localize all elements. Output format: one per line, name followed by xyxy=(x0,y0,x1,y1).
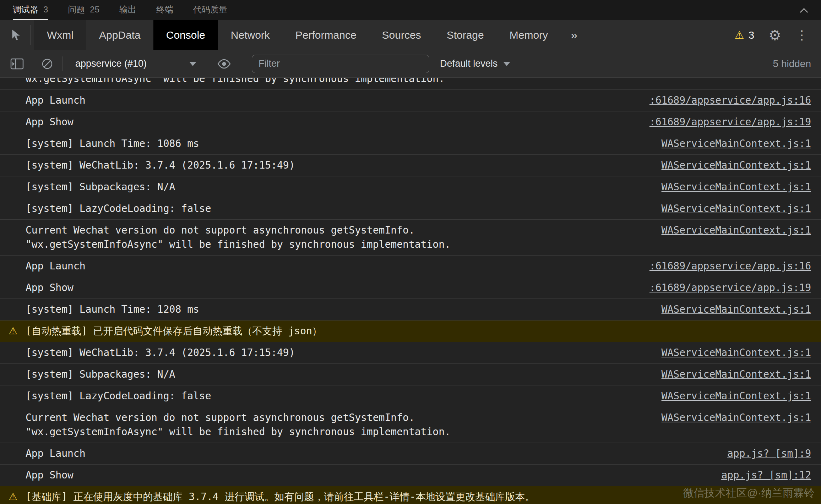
source-link[interactable]: app.js? [sm]:9 xyxy=(727,447,811,461)
top-tab-4[interactable]: 终端 xyxy=(156,0,173,20)
console-row: App Launch:61689/appservice/app.js:16 xyxy=(0,256,821,277)
clear-console-button[interactable] xyxy=(36,54,59,74)
console-warning-row: ⚠[基础库] 正在使用灰度中的基础库 3.7.4 进行调试。如有问题，请前往工具… xyxy=(0,486,821,504)
log-message: App Launch xyxy=(26,259,86,273)
tab-memory[interactable]: Memory xyxy=(497,20,561,50)
devtools-tab-bar: WxmlAppDataConsoleNetworkPerformanceSour… xyxy=(0,20,821,50)
more-tabs-button[interactable]: » xyxy=(561,20,587,50)
inspect-element-button[interactable] xyxy=(0,25,31,45)
warning-icon: ⚠ xyxy=(735,29,744,41)
top-tab-label: 终端 xyxy=(156,4,173,15)
console-log-area[interactable]: wx.getSystemInfoAsync" will be finished … xyxy=(0,78,821,504)
top-tab-3[interactable]: 输出 xyxy=(119,0,136,20)
console-row: App Show:61689/appservice/app.js:19 xyxy=(0,111,821,133)
console-row: App Launch:61689/appservice/app.js:16 xyxy=(0,90,821,111)
warning-count: 3 xyxy=(748,29,754,41)
log-message: App Launch xyxy=(26,447,86,461)
console-row: [system] Launch Time: 1086 msWAServiceMa… xyxy=(0,133,821,155)
tab-wxml[interactable]: Wxml xyxy=(34,20,86,50)
warnings-indicator[interactable]: ⚠ 3 xyxy=(735,29,755,41)
kebab-menu-icon[interactable]: ⋮ xyxy=(795,28,808,43)
log-levels-selector[interactable]: Default levels xyxy=(440,58,510,69)
chevron-down-icon xyxy=(503,62,510,66)
log-message: [自动热重载] 已开启代码文件保存后自动热重载（不支持 json） xyxy=(26,324,322,338)
source-link[interactable]: :61689/appservice/app.js:19 xyxy=(649,281,811,295)
log-message: [system] Launch Time: 1086 ms xyxy=(26,137,199,151)
console-row: [system] LazyCodeLoading: falseWAService… xyxy=(0,198,821,220)
tab-performance[interactable]: Performance xyxy=(283,20,369,50)
source-link[interactable]: WAServiceMainContext.js:1 xyxy=(662,223,811,237)
top-tab-badge: 25 xyxy=(90,5,99,15)
source-link[interactable]: WAServiceMainContext.js:1 xyxy=(662,367,811,382)
console-row: App Launchapp.js? [sm]:9 xyxy=(0,443,821,465)
source-link[interactable]: WAServiceMainContext.js:1 xyxy=(662,180,811,194)
toolbar-divider xyxy=(62,56,62,71)
execution-context-label: appservice (#10) xyxy=(75,58,147,69)
source-link[interactable]: WAServiceMainContext.js:1 xyxy=(662,411,811,425)
execution-context-selector[interactable]: appservice (#10) xyxy=(66,58,203,69)
top-tab-label: 问题 xyxy=(68,4,85,15)
filter-input[interactable] xyxy=(252,55,429,73)
tab-console[interactable]: Console xyxy=(153,20,218,50)
top-tab-2[interactable]: 问题25 xyxy=(68,0,99,20)
collapse-chevron-icon[interactable] xyxy=(800,8,808,16)
tab-network[interactable]: Network xyxy=(218,20,283,50)
log-message: Current Wechat version do not support as… xyxy=(26,411,451,439)
source-link[interactable]: WAServiceMainContext.js:1 xyxy=(662,137,811,151)
log-levels-label: Default levels xyxy=(440,58,498,69)
tab-appdata[interactable]: AppData xyxy=(86,20,153,50)
warning-icon: ⚠ xyxy=(9,324,17,338)
console-row: [system] WeChatLib: 3.7.4 (2025.1.6 17:1… xyxy=(0,155,821,176)
top-tab-label: 输出 xyxy=(119,4,136,15)
settings-gear-icon[interactable]: ⚙ xyxy=(768,27,781,43)
toolbar-divider xyxy=(32,56,32,71)
debugger-top-bar: 调试器3问题25输出终端代码质量 xyxy=(0,0,821,20)
source-link[interactable]: WAServiceMainContext.js:1 xyxy=(662,389,811,403)
console-row: Current Wechat version do not support as… xyxy=(0,220,821,256)
top-tab-badge: 3 xyxy=(43,5,48,15)
console-row: [system] Subpackages: N/AWAServiceMainCo… xyxy=(0,176,821,198)
console-row: wx.getSystemInfoAsync" will be finished … xyxy=(0,78,821,90)
tab-storage[interactable]: Storage xyxy=(434,20,497,50)
source-link[interactable]: WAServiceMainContext.js:1 xyxy=(662,202,811,216)
console-row: [system] WeChatLib: 3.7.4 (2025.1.6 17:1… xyxy=(0,342,821,364)
log-message: App Launch xyxy=(26,93,86,108)
source-link[interactable]: :61689/appservice/app.js:16 xyxy=(649,93,811,108)
tab-sources[interactable]: Sources xyxy=(369,20,434,50)
source-link[interactable]: WAServiceMainContext.js:1 xyxy=(662,346,811,360)
log-message: [system] WeChatLib: 3.7.4 (2025.1.6 17:1… xyxy=(26,346,295,360)
console-row: Current Wechat version do not support as… xyxy=(0,407,821,443)
log-message: wx.getSystemInfoAsync" will be finished … xyxy=(26,78,445,86)
console-row: [system] Launch Time: 1208 msWAServiceMa… xyxy=(0,299,821,321)
top-tab-1[interactable]: 调试器3 xyxy=(13,0,48,20)
console-row: App Show:61689/appservice/app.js:19 xyxy=(0,277,821,299)
console-sidebar-toggle-button[interactable] xyxy=(6,54,28,74)
log-message: [system] Subpackages: N/A xyxy=(26,180,175,194)
chevron-down-icon xyxy=(189,62,196,66)
live-expression-button[interactable] xyxy=(213,54,235,74)
log-message: App Show xyxy=(26,115,74,129)
console-row: [system] Subpackages: N/AWAServiceMainCo… xyxy=(0,364,821,385)
source-link[interactable]: app.js? [sm]:12 xyxy=(721,468,811,482)
console-row: App Showapp.js? [sm]:12 xyxy=(0,465,821,486)
console-toolbar: appservice (#10) Default levels 5 hidden xyxy=(0,50,821,78)
source-link[interactable]: WAServiceMainContext.js:1 xyxy=(662,158,811,172)
log-message: [system] LazyCodeLoading: false xyxy=(26,202,211,216)
log-message: App Show xyxy=(26,281,74,295)
log-message: [system] Launch Time: 1208 ms xyxy=(26,302,199,317)
cursor-inspect-icon xyxy=(9,28,21,42)
clear-console-icon xyxy=(41,57,54,70)
source-link[interactable]: :61689/appservice/app.js:19 xyxy=(649,115,811,129)
log-message: [system] LazyCodeLoading: false xyxy=(26,389,211,403)
hidden-messages-count: 5 hidden xyxy=(763,56,811,72)
log-message: [system] Subpackages: N/A xyxy=(26,367,175,382)
eye-icon xyxy=(217,58,232,70)
source-link[interactable]: WAServiceMainContext.js:1 xyxy=(662,302,811,317)
console-row: [system] LazyCodeLoading: falseWAService… xyxy=(0,385,821,407)
log-message: [基础库] 正在使用灰度中的基础库 3.7.4 进行调试。如有问题，请前往工具栏… xyxy=(26,490,535,504)
top-tab-label: 代码质量 xyxy=(193,4,227,15)
log-message: [system] WeChatLib: 3.7.4 (2025.1.6 17:1… xyxy=(26,158,295,172)
log-message: App Show xyxy=(26,468,74,482)
top-tab-5[interactable]: 代码质量 xyxy=(193,0,227,20)
source-link[interactable]: :61689/appservice/app.js:16 xyxy=(649,259,811,273)
